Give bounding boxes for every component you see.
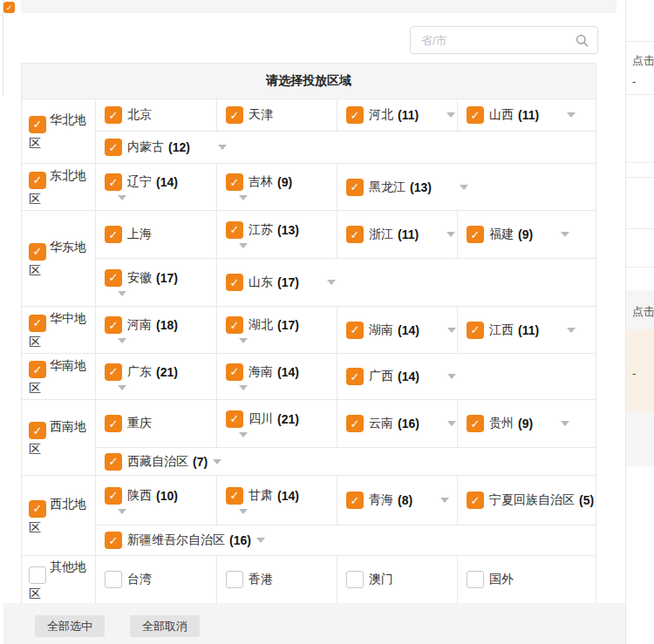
province-cell[interactable]: 青海(8) bbox=[337, 476, 457, 525]
corner-checkbox-checked[interactable] bbox=[3, 2, 15, 13]
search-icon[interactable] bbox=[576, 34, 589, 47]
region-checkbox[interactable] bbox=[29, 172, 46, 189]
province-option[interactable]: 重庆 bbox=[105, 415, 216, 432]
province-cell[interactable]: 内蒙古(12) bbox=[96, 132, 596, 163]
province-option[interactable]: 云南(16) bbox=[346, 415, 457, 432]
province-option[interactable]: 河南(18) bbox=[105, 316, 216, 334]
checkbox-checked[interactable] bbox=[346, 491, 364, 509]
province-cell[interactable]: 上海 bbox=[96, 211, 216, 258]
province-option[interactable]: 青海(8) bbox=[346, 491, 457, 509]
province-cell[interactable]: 澳门 bbox=[337, 556, 457, 603]
region-group-option[interactable]: 西南地区 bbox=[22, 400, 95, 475]
chevron-down-icon[interactable] bbox=[213, 459, 221, 464]
checkbox-checked[interactable] bbox=[105, 139, 122, 156]
province-option[interactable]: 河北(11) bbox=[346, 106, 457, 124]
checkbox-unchecked[interactable] bbox=[346, 571, 364, 588]
province-option[interactable]: 浙江(11) bbox=[346, 226, 457, 243]
province-cell[interactable]: 福建(9) bbox=[457, 211, 596, 258]
chevron-down-icon[interactable] bbox=[561, 232, 569, 237]
province-option[interactable]: 山东(17) bbox=[226, 274, 596, 291]
province-cell[interactable]: 河南(18) bbox=[96, 307, 216, 353]
region-checkbox[interactable] bbox=[29, 566, 46, 584]
province-cell[interactable]: 吉林(9) bbox=[216, 164, 337, 210]
chevron-down-icon[interactable] bbox=[239, 195, 248, 200]
chevron-down-icon[interactable] bbox=[446, 112, 455, 118]
province-cell[interactable]: 甘肃(14) bbox=[216, 476, 337, 525]
checkbox-checked[interactable] bbox=[105, 173, 122, 191]
region-checkbox[interactable] bbox=[29, 361, 46, 378]
province-cell[interactable]: 新疆维吾尔自治区(16) bbox=[96, 525, 596, 555]
province-option[interactable]: 北京 bbox=[105, 106, 216, 124]
province-option[interactable]: 内蒙古(12) bbox=[105, 139, 596, 156]
chevron-down-icon[interactable] bbox=[256, 538, 265, 543]
province-option[interactable]: 吉林(9) bbox=[226, 173, 337, 191]
search-input[interactable] bbox=[419, 33, 576, 48]
checkbox-checked[interactable] bbox=[105, 316, 122, 334]
province-option[interactable]: 澳门 bbox=[346, 571, 457, 588]
checkbox-checked[interactable] bbox=[105, 415, 122, 432]
region-group-option[interactable]: 东北地区 bbox=[22, 164, 95, 210]
checkbox-checked[interactable] bbox=[226, 274, 243, 291]
province-option[interactable]: 香港 bbox=[226, 571, 337, 588]
province-cell[interactable]: 河北(11) bbox=[337, 99, 457, 131]
province-option[interactable]: 台湾 bbox=[105, 571, 216, 588]
province-cell[interactable]: 台湾 bbox=[96, 556, 216, 603]
province-search-box[interactable] bbox=[410, 26, 598, 54]
province-option[interactable]: 广西(14) bbox=[346, 368, 596, 385]
province-cell[interactable]: 山东(17) bbox=[216, 259, 596, 306]
checkbox-checked[interactable] bbox=[467, 106, 484, 124]
checkbox-checked[interactable] bbox=[105, 106, 122, 124]
province-cell[interactable]: 黑龙江(13) bbox=[337, 164, 596, 210]
province-cell[interactable]: 安徽(17) bbox=[96, 259, 216, 306]
province-cell[interactable]: 西藏自治区(7) bbox=[96, 448, 596, 475]
province-option[interactable]: 辽宁(14) bbox=[105, 173, 216, 191]
checkbox-unchecked[interactable] bbox=[105, 571, 122, 588]
province-cell[interactable]: 江西(11) bbox=[457, 307, 596, 353]
region-group-option[interactable]: 华东地区 bbox=[22, 211, 95, 306]
province-option[interactable]: 新疆维吾尔自治区(16) bbox=[105, 532, 596, 549]
province-cell[interactable]: 辽宁(14) bbox=[96, 164, 216, 210]
chevron-down-icon[interactable] bbox=[239, 509, 248, 514]
checkbox-checked[interactable] bbox=[346, 179, 364, 196]
chevron-down-icon[interactable] bbox=[239, 338, 248, 343]
province-cell[interactable]: 浙江(11) bbox=[337, 211, 457, 258]
province-option[interactable]: 陕西(10) bbox=[105, 487, 216, 505]
checkbox-checked[interactable] bbox=[467, 415, 484, 432]
checkbox-checked[interactable] bbox=[346, 322, 364, 339]
province-option[interactable]: 湖南(14) bbox=[346, 322, 457, 339]
region-group-option[interactable]: 华南地区 bbox=[22, 354, 95, 399]
chevron-down-icon[interactable] bbox=[239, 385, 248, 390]
region-checkbox[interactable] bbox=[29, 500, 46, 518]
province-cell[interactable]: 陕西(10) bbox=[96, 476, 216, 525]
checkbox-checked[interactable] bbox=[226, 106, 243, 124]
chevron-down-icon[interactable] bbox=[118, 385, 126, 390]
province-cell[interactable]: 宁夏回族自治区(5) bbox=[457, 476, 596, 525]
checkbox-checked[interactable] bbox=[226, 221, 243, 239]
checkbox-checked[interactable] bbox=[467, 322, 484, 339]
checkbox-checked[interactable] bbox=[346, 415, 364, 432]
chevron-down-icon[interactable] bbox=[239, 243, 248, 248]
region-group-option[interactable]: 其他地区 bbox=[22, 556, 95, 603]
province-option[interactable]: 黑龙江(13) bbox=[346, 179, 596, 196]
chevron-down-icon[interactable] bbox=[239, 432, 248, 437]
checkbox-unchecked[interactable] bbox=[467, 571, 484, 588]
region-group-option[interactable]: 华中地区 bbox=[22, 307, 95, 353]
checkbox-checked[interactable] bbox=[105, 269, 122, 287]
chevron-down-icon[interactable] bbox=[118, 338, 126, 343]
region-group-option[interactable]: 华北地区 bbox=[22, 99, 95, 163]
province-cell[interactable]: 广东(21) bbox=[96, 354, 216, 399]
region-checkbox[interactable] bbox=[29, 422, 46, 439]
province-option[interactable]: 天津 bbox=[226, 106, 337, 124]
province-cell[interactable]: 贵州(9) bbox=[457, 400, 596, 447]
checkbox-checked[interactable] bbox=[226, 410, 243, 428]
province-option[interactable]: 贵州(9) bbox=[467, 415, 596, 432]
province-option[interactable]: 国外 bbox=[467, 571, 596, 588]
chevron-down-icon[interactable] bbox=[327, 280, 336, 285]
province-cell[interactable]: 天津 bbox=[216, 99, 337, 131]
province-option[interactable]: 福建(9) bbox=[467, 226, 596, 243]
chevron-down-icon[interactable] bbox=[447, 421, 456, 426]
checkbox-checked[interactable] bbox=[467, 491, 484, 509]
checkbox-checked[interactable] bbox=[226, 316, 243, 334]
checkbox-checked[interactable] bbox=[105, 532, 122, 549]
province-option[interactable]: 上海 bbox=[105, 226, 216, 243]
